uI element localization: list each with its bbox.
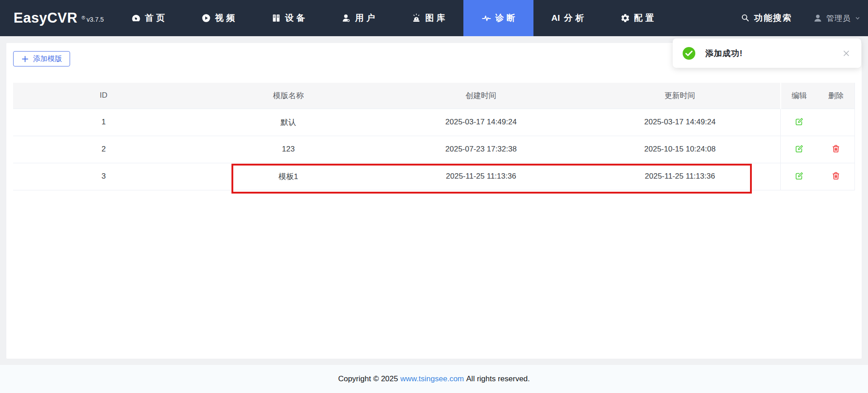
nav-menu: 首页 视频 设备 用户: [113, 0, 672, 36]
add-template-button[interactable]: 添加模版: [13, 51, 70, 66]
nav-item-diagnosis[interactable]: 诊断: [463, 0, 533, 36]
header-updated-time: 更新时间: [580, 83, 781, 109]
success-toast: 添加成功!: [673, 38, 861, 68]
top-nav: EasyCVR ® v3.7.5 首页 视频: [0, 0, 868, 36]
nav-item-config[interactable]: 配置: [602, 0, 672, 36]
alarm-beacon-icon: [411, 13, 421, 23]
user-name: 管理员: [826, 13, 851, 24]
chevron-down-icon: [854, 15, 861, 21]
close-icon[interactable]: [841, 48, 851, 58]
pulse-icon: [481, 13, 491, 23]
app-version: ® v3.7.5: [81, 16, 104, 23]
header-id: ID: [13, 83, 194, 109]
cell-id: 2: [13, 136, 194, 163]
nav-item-video[interactable]: 视频: [183, 0, 253, 36]
cell-name: 123: [194, 136, 382, 163]
edit-button[interactable]: [794, 116, 805, 127]
cell-name: 默认: [194, 109, 382, 136]
dashboard-icon: [131, 13, 141, 23]
gear-icon: [620, 13, 630, 23]
nav-item-ai-analysis[interactable]: AI 分析: [533, 0, 602, 36]
cell-id: 1: [13, 109, 194, 136]
cell-updated: 2025-10-15 10:24:08: [580, 136, 781, 163]
tsingsee-link[interactable]: www.tsingsee.com: [400, 374, 464, 384]
feature-search[interactable]: 功能搜索: [741, 12, 792, 24]
cell-updated: 2025-03-17 14:49:24: [580, 109, 781, 136]
template-table: ID 模版名称 创建时间 更新时间 编辑 删除 1 默认 2025-03-17 …: [13, 83, 855, 190]
cell-updated: 2025-11-25 11:13:36: [580, 163, 781, 190]
nav-right: 功能搜索 管理员: [741, 0, 868, 36]
registered-mark: ®: [81, 15, 85, 20]
header-delete: 删除: [818, 83, 855, 109]
cell-name: 模板1: [194, 163, 382, 190]
rights-text: All rights reserved.: [466, 374, 530, 384]
header-edit: 编辑: [781, 83, 818, 109]
device-icon: [271, 13, 281, 23]
version-text: v3.7.5: [86, 16, 104, 23]
edit-button[interactable]: [794, 143, 805, 154]
delete-button[interactable]: [830, 143, 841, 154]
app-logo[interactable]: EasyCVR ® v3.7.5: [0, 0, 104, 36]
table-row: 1 默认 2025-03-17 14:49:24 2025-03-17 14:4…: [13, 109, 855, 136]
cell-created: 2025-03-17 14:49:24: [382, 109, 580, 136]
delete-button[interactable]: [830, 170, 841, 181]
success-check-icon: [683, 47, 695, 60]
user-menu[interactable]: 管理员: [813, 13, 861, 24]
cell-id: 3: [13, 163, 194, 190]
footer: Copyright © 2025 www.tsingsee.com All ri…: [0, 365, 868, 393]
cell-created: 2025-07-23 17:32:38: [382, 136, 580, 163]
nav-item-device[interactable]: 设备: [253, 0, 323, 36]
content-card: 添加模版 ID 模版名称 创建时间 更新时间 编辑 删除: [6, 43, 862, 359]
main-content: 添加模版 ID 模版名称 创建时间 更新时间 编辑 删除: [0, 36, 868, 365]
table-row-highlighted: 3 模板1 2025-11-25 11:13:36 2025-11-25 11:…: [13, 163, 855, 190]
nav-item-user[interactable]: 用户: [323, 0, 393, 36]
edit-button[interactable]: [794, 170, 805, 181]
user-icon: [341, 13, 351, 23]
search-icon: [741, 14, 750, 23]
admin-avatar-icon: [813, 13, 823, 23]
header-created-time: 创建时间: [382, 83, 580, 109]
nav-item-gallery[interactable]: 图库: [393, 0, 463, 36]
play-circle-icon: [201, 13, 211, 23]
plus-icon: [21, 55, 29, 63]
cell-created: 2025-11-25 11:13:36: [382, 163, 580, 190]
table-header-row: ID 模版名称 创建时间 更新时间 编辑 删除: [13, 83, 855, 109]
table-row: 2 123 2025-07-23 17:32:38 2025-10-15 10:…: [13, 136, 855, 163]
nav-item-home[interactable]: 首页: [113, 0, 183, 36]
header-template-name: 模版名称: [194, 83, 382, 109]
ai-text-icon: AI: [552, 13, 560, 23]
toast-message: 添加成功!: [705, 48, 743, 59]
copyright-text: Copyright © 2025: [338, 374, 398, 384]
app-title: EasyCVR: [14, 10, 77, 26]
page: EasyCVR ® v3.7.5 首页 视频: [0, 0, 868, 393]
